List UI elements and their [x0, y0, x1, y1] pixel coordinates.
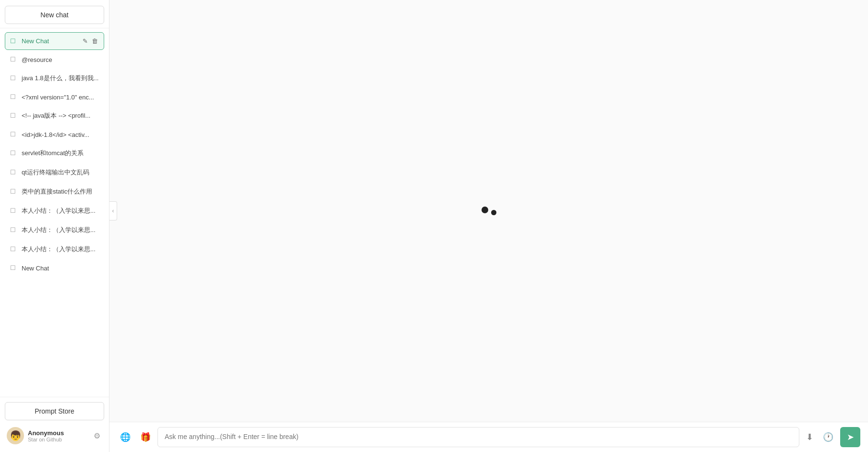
dot-2 [491, 210, 496, 215]
chat-item-label: New Chat [22, 265, 99, 272]
chat-icon: ☐ [10, 74, 18, 82]
chat-item[interactable]: ☐New Chat✎🗑 [5, 32, 104, 50]
chat-icon: ☐ [10, 264, 18, 272]
download-button[interactable]: ⬇ [803, 429, 816, 445]
sidebar: New chat ☐New Chat✎🗑☐@resource☐java 1.8是… [0, 0, 109, 452]
chat-item-label: 本人小结：（入学以来思... [22, 207, 99, 215]
chat-input[interactable] [157, 427, 799, 447]
chat-icon: ☐ [10, 207, 18, 215]
delete-chat-button[interactable]: 🗑 [91, 37, 99, 45]
settings-button[interactable]: ⚙ [92, 429, 102, 442]
chat-item-actions: ✎🗑 [82, 37, 99, 45]
chat-item[interactable]: ☐本人小结：（入学以来思... [5, 221, 104, 239]
chat-item[interactable]: ☐<!-- java版本 --> <profil... [5, 107, 104, 125]
globe-button[interactable]: 🌐 [117, 430, 133, 444]
chat-item[interactable]: ☐java 1.8是什么，我看到我... [5, 69, 104, 87]
user-info: 👦 Anonymous Star on Github [7, 427, 64, 444]
chat-item-label: java 1.8是什么，我看到我... [22, 74, 99, 83]
chat-item[interactable]: ☐<?xml version="1.0" enc... [5, 88, 104, 106]
new-chat-top-button[interactable]: New chat [5, 6, 104, 24]
chat-item-label: 类中的直接static什么作用 [22, 187, 99, 196]
user-name: Anonymous [28, 429, 64, 437]
chat-icon: ☐ [10, 149, 18, 157]
prompt-store-button[interactable]: Prompt Store [5, 402, 104, 420]
chat-item[interactable]: ☐<id>jdk-1.8</id> <activ... [5, 126, 104, 143]
send-icon: ➤ [847, 432, 854, 442]
gift-button[interactable]: 🎁 [137, 430, 154, 444]
main-area: ‹ 🌐 🎁 ⬇ 🕐 ➤ [109, 0, 868, 452]
chat-item-label: 本人小结：（入学以来思... [22, 226, 99, 234]
chat-icon: ☐ [10, 131, 18, 138]
chat-item-label: qt运行终端输出中文乱码 [22, 168, 99, 177]
chat-item-label: 本人小结：（入学以来思... [22, 245, 99, 254]
chat-icon: ☐ [10, 245, 18, 253]
chat-item-label: <?xml version="1.0" enc... [22, 94, 99, 101]
chat-item[interactable]: ☐本人小结：（入学以来思... [5, 240, 104, 258]
chat-item[interactable]: ☐本人小结：（入学以来思... [5, 202, 104, 220]
chat-item-label: servlet和tomcat的关系 [22, 149, 99, 158]
chat-icon: ☐ [10, 56, 18, 63]
chat-icon: ☐ [10, 169, 18, 176]
chat-icon: ☐ [10, 93, 18, 101]
chat-item-label: <id>jdk-1.8</id> <activ... [22, 131, 99, 138]
collapse-sidebar-button[interactable]: ‹ [109, 201, 117, 220]
chat-item[interactable]: ☐New Chat [5, 259, 104, 277]
loading-indicator [482, 207, 496, 215]
sidebar-top: New chat [0, 0, 109, 28]
chat-item-label: <!-- java版本 --> <profil... [22, 111, 99, 120]
user-subtitle: Star on Github [28, 437, 64, 442]
chat-icon: ☐ [10, 37, 18, 45]
edit-chat-button[interactable]: ✎ [82, 37, 89, 45]
user-text: Anonymous Star on Github [28, 429, 64, 442]
chat-item-label: New Chat [22, 37, 78, 45]
clock-button[interactable]: 🕐 [820, 430, 836, 444]
send-button[interactable]: ➤ [840, 427, 860, 447]
chat-item[interactable]: ☐@resource [5, 51, 104, 68]
bottom-bar: 🌐 🎁 ⬇ 🕐 ➤ [109, 422, 868, 452]
dot-1 [482, 207, 488, 213]
chat-icon: ☐ [10, 188, 18, 195]
sidebar-bottom: Prompt Store 👦 Anonymous Star on Github … [0, 397, 109, 452]
chat-item[interactable]: ☐类中的直接static什么作用 [5, 183, 104, 201]
chat-icon: ☐ [10, 226, 18, 234]
user-profile: 👦 Anonymous Star on Github ⚙ [5, 424, 104, 447]
chat-list: ☐New Chat✎🗑☐@resource☐java 1.8是什么，我看到我..… [0, 28, 109, 397]
chat-item[interactable]: ☐qt运行终端输出中文乱码 [5, 163, 104, 182]
chat-item[interactable]: ☐servlet和tomcat的关系 [5, 144, 104, 162]
chat-item-label: @resource [22, 56, 99, 63]
chat-area: ‹ [109, 0, 868, 422]
avatar: 👦 [7, 427, 24, 444]
chat-icon: ☐ [10, 112, 18, 120]
